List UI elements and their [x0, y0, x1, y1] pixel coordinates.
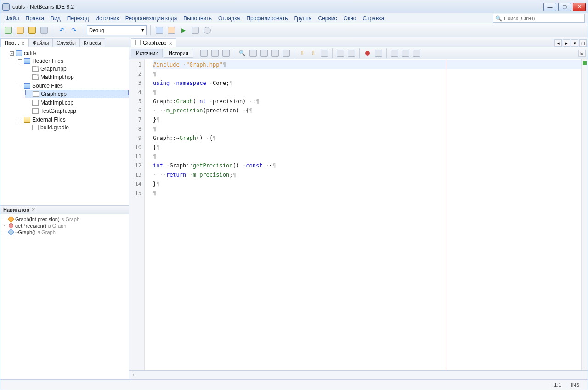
new-file-button[interactable]	[3, 25, 13, 35]
run-button[interactable]: ▶	[178, 25, 188, 35]
menu-item[interactable]: Группа	[291, 14, 315, 22]
tree-folder-sources[interactable]: − Source Files	[17, 82, 129, 89]
tree-file[interactable]: TestGraph.cpp	[25, 107, 129, 115]
editor-tool-button[interactable]	[401, 48, 411, 58]
quick-search[interactable]: 🔍	[493, 14, 585, 23]
close-button[interactable]: ✕	[573, 3, 586, 11]
navigator-item[interactable]: ⋯~Graph() в Graph	[1, 229, 128, 235]
menu-item[interactable]: Реорганизация кода	[122, 14, 181, 22]
minimize-button[interactable]: —	[543, 3, 556, 11]
error-stripe[interactable]	[581, 59, 588, 370]
undo-button[interactable]: ↶	[57, 25, 67, 35]
tree-project-root[interactable]: − cutils	[9, 50, 129, 57]
clean-build-button[interactable]	[166, 25, 176, 35]
code-line[interactable]: ¶	[153, 124, 581, 134]
code-line[interactable]: }¶	[153, 179, 581, 189]
tree-file[interactable]: build.gradle	[25, 124, 129, 131]
collapse-icon[interactable]: −	[18, 59, 22, 63]
menu-item[interactable]: Вид	[47, 14, 64, 22]
save-all-button[interactable]	[39, 25, 49, 35]
shift-right-button[interactable]: ⇩	[308, 48, 318, 58]
dropdown-tabs-button[interactable]: ▾	[571, 39, 578, 47]
project-tree[interactable]: − cutils − Header Files Graph.hppMathImp…	[0, 47, 129, 205]
scroll-left-button[interactable]: ◂	[554, 39, 562, 47]
macro-stop-button[interactable]	[373, 48, 384, 58]
close-icon[interactable]: ⨯	[21, 41, 25, 45]
shift-left-button[interactable]: ⇧	[297, 48, 307, 58]
navigator-body[interactable]: ⋯Graph(int precision) в Graph⋯getPrecisi…	[0, 214, 129, 379]
menu-item[interactable]: Источник	[92, 14, 122, 22]
editor-tab-graph-cpp[interactable]: Graph.cpp ⨯	[131, 38, 176, 47]
code-line[interactable]: ¶	[153, 152, 581, 161]
code-line[interactable]: ¶	[153, 88, 581, 97]
maximize-button[interactable]: ▢	[558, 3, 571, 11]
profile-button[interactable]	[202, 25, 212, 35]
code-line[interactable]: ····return ·m_precision;¶	[153, 170, 581, 179]
collapse-icon[interactable]: −	[18, 118, 22, 122]
tree-file[interactable]: Graph.hpp	[25, 65, 129, 72]
menu-item[interactable]: Выполнить	[180, 14, 215, 22]
menu-item[interactable]: Справка	[359, 14, 387, 22]
code-line[interactable]: #include ·"Graph.hpp"¶	[153, 60, 581, 69]
code-line[interactable]: ····m_precision(precision) ·{¶	[153, 106, 581, 115]
find-button[interactable]: 🔍	[237, 48, 247, 58]
next-bookmark-button[interactable]	[259, 48, 269, 58]
comment-button[interactable]	[335, 48, 345, 58]
collapse-icon[interactable]: −	[10, 51, 14, 56]
tree-file[interactable]: MathImpl.cpp	[25, 99, 129, 106]
code-line[interactable]: int ·Graph::getPrecision() ·const ·{¶	[153, 161, 581, 170]
projects-tab[interactable]: Файлы	[28, 38, 53, 47]
new-project-button[interactable]	[15, 25, 25, 35]
menu-item[interactable]: Сервис	[315, 14, 340, 22]
editor-tool-button[interactable]	[281, 48, 291, 58]
code-line[interactable]: using ·namespace ·Core;¶	[153, 78, 581, 88]
config-combo[interactable]: Debug ▾	[87, 25, 147, 35]
projects-tab[interactable]: Про…⨯	[0, 38, 29, 47]
maximize-editor-button[interactable]: ▢	[579, 39, 587, 47]
close-icon[interactable]: ⨯	[31, 207, 35, 213]
menu-item[interactable]: Переход	[64, 14, 92, 22]
breadcrumb-bar[interactable]: 〉	[129, 370, 588, 379]
code-line[interactable]: Graph::Graph(int ·precision) ·:¶	[153, 97, 581, 106]
scroll-right-button[interactable]: ▸	[563, 39, 570, 47]
open-button[interactable]	[27, 25, 37, 35]
menu-item[interactable]: Отладка	[215, 14, 243, 22]
editor-tool-button[interactable]	[199, 48, 209, 58]
editor-tool-button[interactable]	[319, 48, 329, 58]
prev-bookmark-button[interactable]	[248, 48, 258, 58]
collapse-icon[interactable]: −	[18, 84, 22, 88]
toggle-bookmark-button[interactable]	[270, 48, 280, 58]
editor-tool-button[interactable]	[390, 48, 400, 58]
menu-item[interactable]: Файл	[2, 14, 23, 22]
search-input[interactable]	[504, 16, 582, 21]
tree-folder-external[interactable]: − External Files	[17, 116, 129, 123]
editor-tool-button[interactable]	[412, 48, 422, 58]
redo-button[interactable]: ↷	[69, 25, 79, 35]
uncomment-button[interactable]	[346, 48, 356, 58]
split-button[interactable]: ⊞	[578, 50, 586, 57]
navigator-item[interactable]: ⋯getPrecision() в Graph	[1, 223, 128, 229]
editor-tool-button[interactable]	[210, 48, 220, 58]
tree-file[interactable]: Graph.cpp	[25, 90, 129, 98]
line-gutter[interactable]: 123456789101112131415	[129, 59, 145, 370]
debug-button[interactable]	[190, 25, 200, 35]
menu-item[interactable]: Правка	[23, 14, 48, 22]
macro-record-button[interactable]	[362, 48, 373, 58]
code-line[interactable]: ¶	[153, 189, 581, 198]
code-line[interactable]: ¶	[153, 69, 581, 78]
editor-tool-button[interactable]	[221, 48, 231, 58]
projects-tab[interactable]: Классы	[79, 38, 105, 47]
code-area[interactable]: #include ·"Graph.hpp"¶¶using ·namespace …	[145, 59, 581, 370]
tree-folder-headers[interactable]: − Header Files	[17, 57, 129, 65]
projects-tab[interactable]: Службы	[52, 38, 80, 47]
close-tab-icon[interactable]: ⨯	[169, 40, 172, 45]
subtab-source[interactable]: Источник	[131, 49, 163, 58]
subtab-history[interactable]: История	[164, 49, 193, 58]
build-button[interactable]	[154, 25, 164, 35]
tree-file[interactable]: MathImpl.hpp	[25, 73, 129, 81]
code-line[interactable]: }¶	[153, 115, 581, 124]
navigator-item[interactable]: ⋯Graph(int precision) в Graph	[1, 216, 128, 223]
code-line[interactable]: Graph::~Graph() ·{¶	[153, 134, 581, 143]
menu-item[interactable]: Профилировать	[243, 14, 291, 22]
menu-item[interactable]: Окно	[340, 14, 360, 22]
